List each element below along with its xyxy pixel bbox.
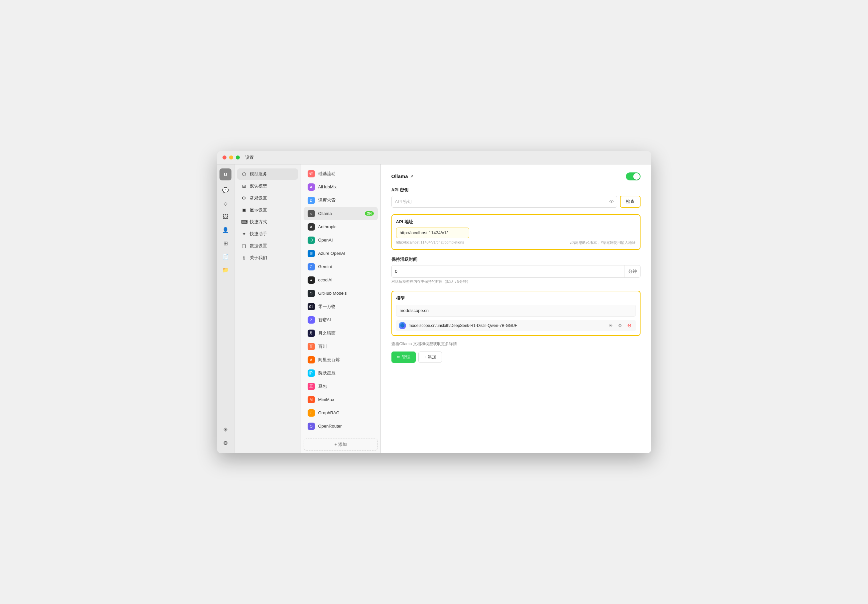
api-key-input[interactable] <box>391 196 617 208</box>
provider-item-anthropic[interactable]: A Anthropic <box>304 220 378 233</box>
close-button[interactable] <box>223 156 226 159</box>
display-icon: ▣ <box>241 207 247 213</box>
model-service-icon: ⬡ <box>241 171 247 177</box>
data-icon: ◫ <box>241 243 247 249</box>
provider-item-github[interactable]: ⊙ GitHub Models <box>304 287 378 300</box>
provider-item-ollama[interactable]: ○ Ollama ON <box>304 207 378 220</box>
provider-item-01ai[interactable]: 01 零一万物 <box>304 300 378 313</box>
provider-icon-gemini: G <box>308 263 315 270</box>
api-url-hint-right: /结尾忽略v1版本，#结尾制使用输入地址 <box>570 240 636 245</box>
provider-title: Ollama ↗ <box>391 173 413 179</box>
keepalive-unit: 分钟 <box>625 266 640 277</box>
model-full-name: modelscope.cn/unsloth/DeepSeek-R1-Distil… <box>409 323 604 328</box>
settings-icon[interactable]: ⚙ <box>220 437 231 449</box>
model-row: 🔵 modelscope.cn/unsloth/DeepSeek-R1-Dist… <box>396 320 636 331</box>
provider-label-deepseek: 深度求索 <box>318 197 336 203</box>
provider-icon-aihubmix: A <box>308 184 315 191</box>
action-buttons: ✏ 管理 + 添加 <box>391 352 640 363</box>
provider-icon-ocoolai: ● <box>308 277 315 284</box>
provider-list: 硅 硅基流动 A AiHubMix D 深度求索 ○ Ollama ON A A… <box>301 164 380 436</box>
user-icon[interactable]: 👤 <box>220 224 231 236</box>
provider-icon-anthropic: A <box>308 223 315 230</box>
provider-item-zhipu[interactable]: Z 智谱AI <box>304 313 378 327</box>
provider-label-baichuan: 百川 <box>318 343 327 349</box>
user-avatar[interactable]: U <box>220 168 231 181</box>
provider-item-baichuan[interactable]: 百 百川 <box>304 340 378 353</box>
model-icon: 🔵 <box>399 322 406 329</box>
chat-icon[interactable]: 💬 <box>220 184 231 196</box>
model-gear-icon[interactable]: ⚙ <box>617 322 624 329</box>
provider-label-graphrag: GraphRAG <box>318 410 339 415</box>
nav-item-general[interactable]: ⚙ 常规设置 <box>237 192 298 204</box>
check-button[interactable]: 检查 <box>620 196 640 208</box>
nav-item-label: 常规设置 <box>250 195 267 201</box>
provider-item-jieyue[interactable]: 阶 阶跃星辰 <box>304 366 378 380</box>
provider-item-aihubmix[interactable]: A AiHubMix <box>304 181 378 194</box>
provider-add-button[interactable]: + 添加 <box>304 439 378 451</box>
titlebar: 设置 <box>217 151 651 164</box>
doc-icon[interactable]: 📄 <box>220 251 231 263</box>
maximize-button[interactable] <box>236 156 240 159</box>
provider-item-graphrag[interactable]: G GraphRAG <box>304 406 378 420</box>
grid-icon[interactable]: ⊞ <box>220 238 231 250</box>
provider-item-ocoolai[interactable]: ● ocoolAI <box>304 273 378 287</box>
provider-icon-jieyue: 阶 <box>308 369 315 377</box>
provider-label-ollama: Ollama <box>318 211 332 216</box>
keepalive-hint: 对话后模型在内存中保持的时间（默认：5分钟） <box>391 279 640 284</box>
model-delete-button[interactable]: ⊖ <box>626 322 633 329</box>
manage-button[interactable]: ✏ 管理 <box>391 352 416 363</box>
provider-item-deepseek[interactable]: D 深度求索 <box>304 194 378 207</box>
manage-icon: ✏ <box>397 354 400 360</box>
image-icon[interactable]: 🖼 <box>220 211 231 223</box>
provider-item-openrouter[interactable]: O OpenRouter <box>304 420 378 433</box>
add-model-button[interactable]: + 添加 <box>418 352 442 363</box>
provider-item-openai[interactable]: ⬡ OpenAI <box>304 233 378 247</box>
nav-sidebar: ⬡ 模型服务 ⊞ 默认模型 ⚙ 常规设置 ▣ 显示设置 ⌨ 快捷方式 ✦ 快捷助… <box>234 164 301 453</box>
nav-item-default-model[interactable]: ⊞ 默认模型 <box>237 181 298 192</box>
provider-icon-azure: ⊞ <box>308 250 315 257</box>
provider-label-moonshot: 月之暗面 <box>318 330 336 336</box>
provider-icon-ollama: ○ <box>308 210 315 217</box>
api-url-hint-left: http://localhost:11434/v1/chat/completio… <box>396 240 464 245</box>
model-name-input[interactable] <box>396 305 636 317</box>
nav-item-label: 默认模型 <box>250 183 267 189</box>
provider-item-douban[interactable]: 豆 豆包 <box>304 380 378 393</box>
provider-label-zhipu: 智谱AI <box>318 317 331 323</box>
provider-label-minimax: MiniMax <box>318 397 334 402</box>
theme-icon[interactable]: ☀ <box>220 424 231 436</box>
model-settings-icon[interactable]: ☀ <box>607 322 615 329</box>
provider-icon-graphrag: G <box>308 409 315 417</box>
provider-item-moonshot[interactable]: 月 月之暗面 <box>304 327 378 340</box>
bookmark-icon[interactable]: ◇ <box>220 198 231 210</box>
api-key-label: API 密钥 <box>391 187 640 193</box>
folder-icon[interactable]: 📁 <box>220 264 231 276</box>
nav-item-data[interactable]: ◫ 数据设置 <box>237 240 298 252</box>
provider-label-aliyun: 阿里云百炼 <box>318 357 340 363</box>
nav-item-label: 数据设置 <box>250 243 267 249</box>
minimize-button[interactable] <box>229 156 233 159</box>
badge-on-ollama: ON <box>365 211 374 216</box>
provider-item-aliyun[interactable]: A 阿里云百炼 <box>304 353 378 366</box>
external-link-icon[interactable]: ↗ <box>410 174 413 179</box>
api-key-input-wrapper: 👁 <box>391 196 617 208</box>
nav-item-label: 关于我们 <box>250 255 267 261</box>
provider-item-azure[interactable]: ⊞ Azure OpenAI <box>304 247 378 260</box>
nav-item-label: 快捷方式 <box>250 219 267 225</box>
provider-label-ocoolai: ocoolAI <box>318 277 333 283</box>
nav-item-display[interactable]: ▣ 显示设置 <box>237 204 298 216</box>
provider-item-minimax[interactable]: M MiniMax <box>304 393 378 406</box>
nav-item-about[interactable]: ℹ 关于我们 <box>237 252 298 263</box>
keepalive-input[interactable] <box>392 266 625 277</box>
api-url-section: API 地址 http://localhost:11434/v1/chat/co… <box>391 214 640 250</box>
main-content: Ollama ↗ API 密钥 👁 检查 API 地址 <box>381 164 651 453</box>
provider-item-guiji[interactable]: 硅 硅基流动 <box>304 167 378 181</box>
provider-toggle[interactable] <box>626 172 640 181</box>
eye-icon[interactable]: 👁 <box>609 199 614 204</box>
provider-icon-minimax: M <box>308 396 315 403</box>
nav-item-shortcut[interactable]: ⌨ 快捷方式 <box>237 216 298 227</box>
nav-item-assistant[interactable]: ✦ 快捷助手 <box>237 228 298 239</box>
api-url-input[interactable] <box>396 227 469 238</box>
nav-item-label: 快捷助手 <box>250 231 267 237</box>
nav-item-model-service[interactable]: ⬡ 模型服务 <box>237 168 298 180</box>
provider-item-gemini[interactable]: G Gemini <box>304 260 378 273</box>
